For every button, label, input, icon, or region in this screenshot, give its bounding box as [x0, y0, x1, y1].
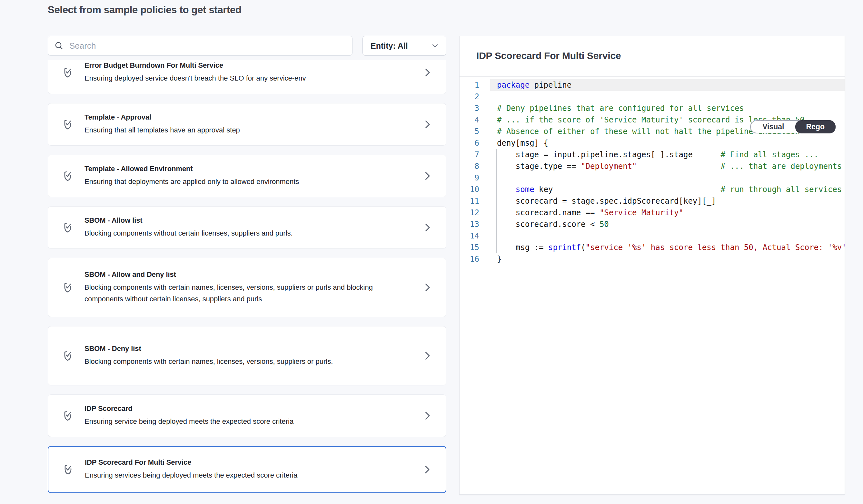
line-number: 3	[460, 102, 490, 114]
code-area: 1package pipeline23# Deny pipelines that…	[460, 77, 845, 265]
line-number: 11	[460, 195, 490, 207]
policy-card-title: SBOM - Allow list	[85, 216, 415, 224]
policy-shield-check-icon	[62, 462, 74, 477]
policy-card[interactable]: SBOM - Deny listBlocking components with…	[48, 326, 446, 385]
line-number: 13	[460, 219, 490, 230]
code-line: 3# Deny pipelines that are configured fo…	[460, 102, 845, 114]
rego-toggle-button[interactable]: Rego	[795, 120, 836, 133]
policy-card-description: Blocking components without certain lice…	[85, 228, 375, 239]
policy-card-title: IDP Scorecard For Multi Service	[85, 458, 415, 467]
policy-shield-check-icon	[62, 280, 74, 295]
line-number: 8	[460, 160, 490, 172]
search-input[interactable]	[64, 36, 352, 55]
policy-shield-check-icon	[62, 117, 74, 132]
chevron-right-icon	[422, 67, 433, 78]
code-line: 9	[460, 172, 845, 184]
line-number: 16	[460, 253, 490, 265]
code-line: 15 msg := sprintf("service '%s' has scor…	[460, 242, 845, 253]
code-line: 14	[460, 230, 845, 242]
code-line: 1package pipeline	[460, 79, 845, 91]
policy-card-title: SBOM - Deny list	[85, 345, 415, 353]
code-line: 10 some key # run through all services	[460, 184, 845, 195]
policy-card-title: IDP Scorecard	[85, 404, 415, 413]
policy-card-description: Ensuring deployed service doesn't breach…	[85, 73, 375, 84]
detail-header: IDP Scorecard For Multi Service	[460, 36, 845, 77]
policy-shield-check-icon	[62, 169, 74, 183]
line-number: 6	[460, 137, 490, 149]
code-line: 12 scorecard.name == "Service Maturity"	[460, 207, 845, 219]
policy-card-description: Ensuring that all templates have an appr…	[85, 125, 375, 136]
policy-card[interactable]: Template - Allowed EnvironmentEnsuring t…	[48, 155, 446, 197]
policy-card-description: Ensuring service being deployed meets th…	[85, 416, 375, 427]
policy-shield-check-icon	[62, 65, 74, 80]
policy-toolbar: Entity: All	[48, 36, 446, 56]
code-line: 6deny[msg] {	[460, 137, 845, 149]
chevron-right-icon	[422, 282, 433, 293]
chevron-right-icon	[422, 119, 433, 130]
policy-shield-check-icon	[62, 348, 74, 363]
line-number: 9	[460, 172, 490, 184]
code-line: 16}	[460, 253, 845, 265]
policy-card-title: Error Budget Burndown For Multi Service	[85, 61, 415, 69]
line-number: 7	[460, 149, 490, 160]
policy-card-title: Template - Approval	[85, 113, 415, 121]
policy-card-description: Blocking components with certain names, …	[85, 356, 375, 367]
policy-card-description: Ensuring that deployments are applied on…	[85, 176, 375, 188]
line-number: 4	[460, 114, 490, 126]
code-line: 13 scorecard.score < 50	[460, 219, 845, 230]
visual-toggle-button[interactable]: Visual	[751, 121, 796, 133]
line-number: 5	[460, 126, 490, 137]
line-number: 15	[460, 242, 490, 253]
policy-shield-check-icon	[62, 220, 74, 235]
policy-card[interactable]: SBOM - Allow and Deny listBlocking compo…	[48, 258, 446, 317]
chevron-right-icon	[421, 464, 433, 475]
code-editor[interactable]: Visual Rego 1package pipeline23# Deny pi…	[460, 77, 845, 494]
line-number: 1	[460, 79, 490, 91]
policy-card-title: Template - Allowed Environment	[85, 165, 415, 173]
policy-card-description: Blocking components with certain names, …	[85, 282, 375, 305]
policy-card[interactable]: Error Budget Burndown For Multi ServiceE…	[48, 60, 446, 94]
code-line: 7 stage = input.pipeline.stages[_].stage…	[460, 149, 845, 160]
policy-list: Error Budget Burndown For Multi ServiceE…	[48, 60, 446, 497]
policy-detail-panel: IDP Scorecard For Multi Service Visual R…	[459, 36, 845, 495]
policy-card[interactable]: Template - ApprovalEnsuring that all tem…	[48, 103, 446, 146]
policy-card[interactable]: IDP ScorecardEnsuring service being depl…	[48, 395, 446, 437]
chevron-right-icon	[422, 222, 433, 233]
line-number: 12	[460, 207, 490, 219]
policy-card[interactable]: SBOM - Allow listBlocking components wit…	[48, 206, 446, 249]
entity-filter-dropdown[interactable]: Entity: All	[362, 36, 446, 56]
detail-title: IDP Scorecard For Multi Service	[476, 50, 621, 61]
chevron-down-icon	[430, 41, 440, 50]
line-number: 10	[460, 184, 490, 195]
code-line: 2	[460, 91, 845, 102]
search-icon	[54, 41, 64, 51]
search-box[interactable]	[48, 36, 352, 56]
line-number: 14	[460, 230, 490, 242]
code-line: 11 scorecard = stage.spec.idpScorecard[k…	[460, 195, 845, 207]
page-title: Select from sample policies to get start…	[48, 4, 241, 16]
view-mode-toggle: Visual Rego	[750, 120, 836, 133]
entity-filter-label: Entity: All	[371, 41, 408, 51]
line-number: 2	[460, 91, 490, 102]
chevron-right-icon	[422, 410, 433, 422]
policy-card[interactable]: IDP Scorecard For Multi ServiceEnsuring …	[48, 446, 446, 493]
policy-shield-check-icon	[62, 408, 74, 423]
chevron-right-icon	[422, 170, 433, 182]
chevron-right-icon	[422, 350, 433, 362]
policy-card-title: SBOM - Allow and Deny list	[85, 270, 415, 279]
policy-card-description: Ensuring services being deployed meets t…	[85, 469, 375, 481]
code-line: 8 stage.type == "Deployment" # ... that …	[460, 160, 845, 172]
